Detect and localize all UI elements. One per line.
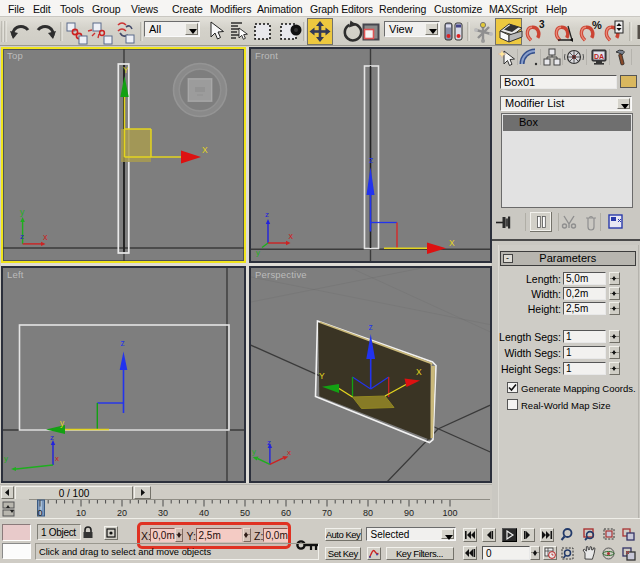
svg-text:y: y — [4, 454, 8, 463]
svg-text:y: y — [20, 207, 25, 217]
svg-text:0: 0 — [37, 508, 42, 518]
svg-text:z: z — [20, 232, 24, 241]
svg-text:X: X — [416, 367, 422, 377]
svg-text:%: % — [592, 19, 602, 31]
svg-text:y: y — [252, 447, 256, 456]
svg-text:3: 3 — [539, 19, 545, 30]
svg-text:70: 70 — [322, 508, 332, 518]
svg-text:X: X — [449, 238, 455, 248]
svg-text:10: 10 — [76, 508, 86, 518]
svg-text:X: X — [202, 145, 208, 155]
svg-text:DA: DA — [594, 53, 604, 60]
svg-text:z: z — [265, 210, 269, 219]
svg-text:60: 60 — [281, 508, 291, 518]
svg-text:50: 50 — [240, 508, 250, 518]
svg-text:z: z — [121, 338, 125, 348]
svg-text:80: 80 — [363, 508, 373, 518]
svg-text:100: 100 — [442, 508, 457, 518]
svg-text:z: z — [267, 438, 271, 447]
svg-text:40: 40 — [199, 508, 209, 518]
svg-text:30: 30 — [158, 508, 168, 518]
svg-text:20: 20 — [117, 508, 127, 518]
svg-text:z: z — [50, 433, 54, 442]
svg-text:x: x — [43, 232, 48, 242]
svg-text:z: z — [369, 155, 373, 165]
svg-text:x: x — [289, 231, 294, 241]
svg-text:Y: Y — [319, 371, 325, 381]
svg-text:90: 90 — [404, 508, 414, 518]
svg-text:Y: Y — [123, 65, 129, 75]
svg-text:x: x — [55, 454, 59, 463]
svg-text:y: y — [256, 248, 260, 257]
svg-text:z: z — [369, 322, 373, 332]
svg-text:x: x — [287, 448, 291, 457]
